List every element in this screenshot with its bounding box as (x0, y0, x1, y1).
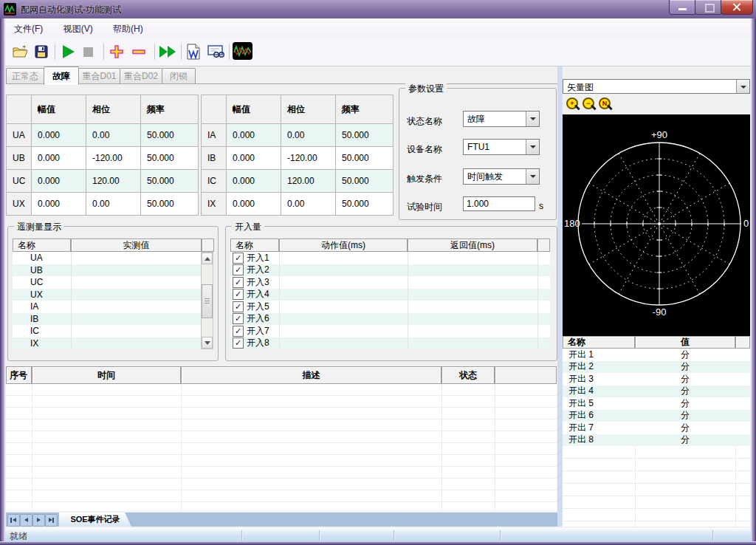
preview-button[interactable] (206, 42, 225, 61)
menu-item-view[interactable]: 视图(V) (55, 18, 102, 35)
chevron-down-icon[interactable] (526, 112, 539, 126)
title-bar[interactable]: 配网自动化测试-功能测试 (0, 0, 756, 19)
output-row[interactable]: 开出 5分 (563, 397, 750, 410)
input-row[interactable]: 开入8 (230, 337, 550, 350)
grid-cell[interactable]: 0.00 (86, 124, 141, 147)
view-select[interactable]: 矢量图 (563, 79, 750, 94)
trigger-select[interactable]: 时间触发 (463, 168, 540, 185)
output-row[interactable]: 开出 1分 (563, 349, 750, 361)
telemetry-row[interactable]: IX (13, 337, 201, 350)
save-button[interactable] (32, 42, 51, 61)
input-row[interactable]: 开入3 (230, 276, 550, 289)
test-time-input[interactable] (463, 196, 535, 211)
menu-item-file[interactable]: 文件(F) (5, 18, 52, 35)
grid-cell[interactable]: 50.000 (336, 170, 394, 193)
tab-fault[interactable]: 故障 (44, 66, 79, 85)
grid-cell[interactable]: 0.000 (32, 147, 86, 170)
output-row[interactable]: 开出 7分 (563, 422, 750, 434)
grid-cell[interactable]: -120.00 (281, 147, 336, 170)
chevron-down-icon[interactable] (526, 140, 539, 154)
scroll-up-button[interactable] (202, 253, 213, 264)
telemetry-row[interactable]: UA (13, 252, 201, 264)
grid-cell[interactable]: 50.000 (336, 147, 394, 170)
scroll-down-button[interactable] (202, 337, 213, 349)
checkbox-checked-icon[interactable] (233, 253, 244, 264)
chevron-down-icon[interactable] (736, 80, 749, 93)
minimize-button[interactable] (669, 0, 696, 15)
menu-item-help[interactable]: 帮助(H) (104, 18, 152, 35)
output-row[interactable]: 开出 4分 (563, 385, 750, 398)
col-freq: 频率 (141, 95, 199, 124)
close-button[interactable] (721, 0, 753, 15)
tab-lock[interactable]: 闭锁 (162, 68, 196, 84)
input-row[interactable]: 开入7 (230, 325, 550, 337)
zoom-reset-button[interactable]: N (598, 97, 613, 112)
device-select[interactable]: FTU1 (463, 139, 540, 155)
output-row[interactable]: 开出 8分 (563, 434, 750, 447)
output-row[interactable]: 开出 3分 (563, 373, 750, 385)
nav-first-button[interactable] (7, 514, 20, 527)
grid-cell[interactable]: 0.000 (32, 193, 86, 216)
chevron-down-icon[interactable] (526, 169, 539, 184)
scrollbar[interactable] (201, 252, 213, 349)
telemetry-row[interactable]: UC (13, 276, 201, 289)
grid-cell[interactable]: 0.000 (227, 124, 281, 147)
telemetry-row[interactable]: IB (13, 313, 201, 326)
telemetry-row[interactable]: IA (13, 301, 201, 313)
grid-cell[interactable]: 50.000 (141, 193, 199, 216)
input-row[interactable]: 开入6 (230, 313, 550, 326)
telemetry-row[interactable]: UX (13, 289, 201, 301)
grid-cell[interactable]: 0.000 (227, 147, 281, 170)
checkbox-checked-icon[interactable] (233, 289, 244, 300)
grid-cell[interactable]: 50.000 (141, 124, 199, 147)
report-button[interactable] (184, 42, 203, 61)
checkbox-checked-icon[interactable] (233, 264, 244, 275)
grid-cell[interactable]: 120.00 (86, 170, 141, 193)
add-button[interactable] (107, 42, 126, 61)
input-row[interactable]: 开入5 (230, 301, 550, 313)
grid-cell[interactable]: 50.000 (141, 170, 199, 193)
tab-normal-state[interactable]: 正常态 (6, 68, 44, 84)
checkbox-checked-icon[interactable] (233, 313, 244, 324)
zoom-in-button[interactable]: + (566, 97, 580, 112)
zoom-out-button[interactable]: − (582, 97, 597, 112)
nav-prev-button[interactable] (20, 514, 32, 527)
tab-reclose-d02[interactable]: 重合D02 (120, 68, 162, 84)
grid-cell[interactable]: 0.00 (281, 193, 336, 216)
grid-cell[interactable]: 0.000 (32, 170, 86, 193)
tab-reclose-d01[interactable]: 重合D01 (78, 68, 120, 84)
checkbox-checked-icon[interactable] (233, 301, 244, 312)
output-row[interactable]: 开出 2分 (563, 361, 750, 374)
run-button[interactable] (59, 42, 78, 61)
nav-next-button[interactable] (32, 514, 45, 527)
remove-button[interactable] (129, 42, 148, 61)
output-row[interactable]: 开出 6分 (563, 410, 750, 422)
scroll-thumb[interactable] (202, 284, 213, 318)
checkbox-checked-icon[interactable] (233, 326, 244, 337)
telemetry-row[interactable]: IC (13, 325, 201, 337)
output-name: 开出 8 (563, 433, 635, 446)
open-button[interactable] (10, 42, 30, 61)
grid-cell[interactable]: 0.00 (281, 124, 336, 147)
input-row[interactable]: 开入4 (230, 289, 550, 301)
state-select[interactable]: 故障 (463, 111, 540, 127)
grid-cell[interactable]: 0.00 (86, 193, 141, 216)
grid-cell[interactable]: 120.00 (281, 170, 336, 193)
grid-cell[interactable]: 0.000 (227, 170, 281, 193)
grid-cell[interactable]: 50.000 (336, 124, 394, 147)
waveform-button[interactable] (233, 42, 252, 60)
soe-log-tab[interactable]: SOE事件记录 (59, 513, 131, 527)
nav-last-button[interactable] (45, 514, 58, 527)
fast-forward-button[interactable] (158, 42, 177, 61)
checkbox-checked-icon[interactable] (233, 277, 244, 288)
grid-cell[interactable]: 50.000 (336, 193, 394, 216)
grid-cell[interactable]: -120.00 (86, 147, 141, 170)
grid-cell[interactable]: 50.000 (141, 147, 199, 170)
grid-cell[interactable]: 0.000 (227, 193, 281, 216)
input-row[interactable]: 开入2 (230, 264, 550, 277)
input-row[interactable]: 开入1 (230, 252, 550, 264)
panel-splitter[interactable] (557, 66, 563, 527)
grid-cell[interactable]: 0.000 (32, 124, 86, 147)
checkbox-checked-icon[interactable] (233, 337, 244, 349)
telemetry-row[interactable]: UB (13, 264, 201, 277)
